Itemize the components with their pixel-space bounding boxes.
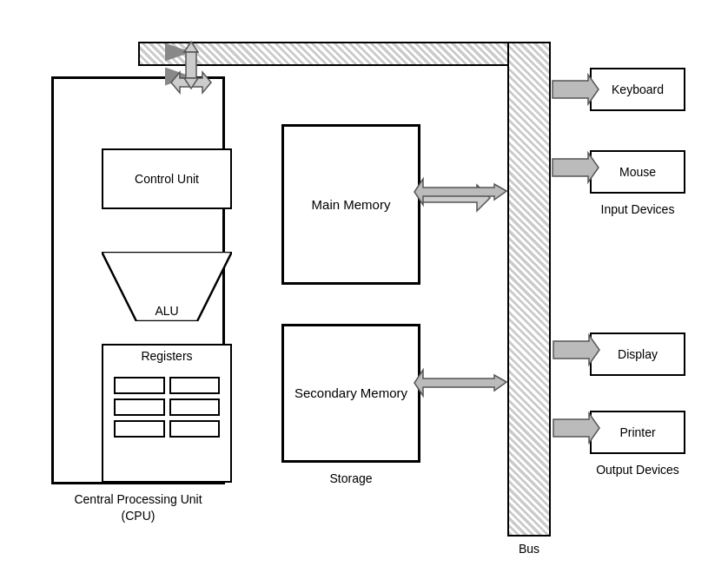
- cpu-label: Central Processing Unit (CPU): [51, 491, 225, 525]
- registers-grid: [103, 370, 230, 444]
- bus-label: Bus: [507, 542, 551, 556]
- top-bus: [138, 42, 512, 66]
- main-memory-box: Main Memory: [281, 124, 420, 285]
- control-unit: Control Unit: [102, 148, 232, 209]
- secondary-memory-box: Secondary Memory: [281, 324, 420, 463]
- output-devices-label: Output Devices: [590, 463, 685, 477]
- register-cell: [114, 377, 165, 394]
- printer-box: Printer: [590, 411, 685, 454]
- register-cell: [169, 398, 221, 416]
- registers-title: Registers: [103, 346, 230, 366]
- keyboard-box: Keyboard: [590, 68, 685, 111]
- register-cell: [169, 377, 221, 394]
- svg-marker-12: [422, 185, 490, 211]
- register-cell: [114, 420, 165, 438]
- registers-box: Registers: [102, 344, 232, 483]
- alu-container: ALU: [102, 231, 232, 318]
- storage-label: Storage: [281, 471, 420, 485]
- input-devices-label: Input Devices: [590, 202, 685, 216]
- svg-marker-13: [414, 179, 506, 205]
- computer-architecture-diagram: Bus Control Unit ALU Registers: [25, 24, 703, 563]
- cpu-box: Control Unit ALU Registers: [51, 76, 225, 484]
- mouse-box: Mouse: [590, 150, 685, 194]
- svg-marker-14: [414, 370, 506, 396]
- alu-label: ALU: [155, 304, 178, 318]
- register-cell: [169, 420, 221, 438]
- vertical-bus: [507, 42, 551, 537]
- display-box: Display: [590, 333, 685, 376]
- register-cell: [114, 398, 165, 416]
